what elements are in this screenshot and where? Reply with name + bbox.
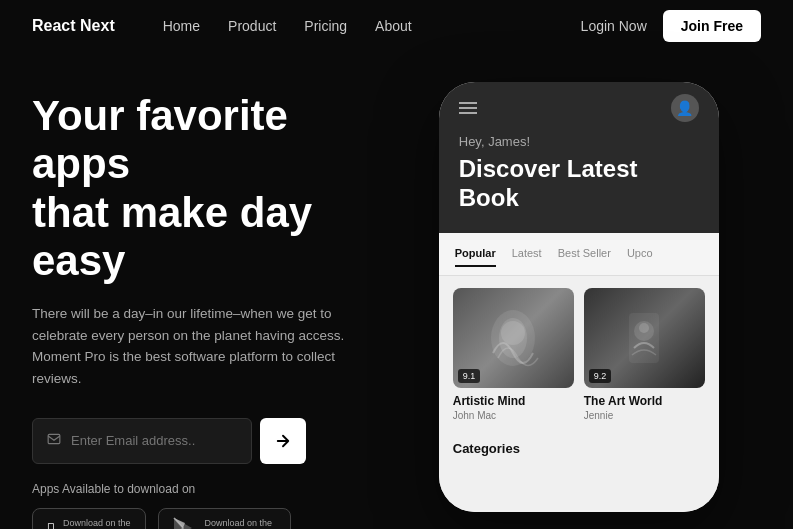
categories-label: Categories [453, 441, 705, 456]
nav-right: Login Now Join Free [581, 10, 761, 42]
hero-left: Your favorite apps that make day easy Th… [32, 82, 397, 529]
hero-description: There will be a day–in our lifetime–when… [32, 303, 352, 389]
tab-upcoming[interactable]: Upco [627, 247, 653, 267]
phone-mockup: 👤 Hey, James! Discover Latest Book Popul… [439, 82, 719, 512]
googleplay-small-text: Download on the [201, 518, 276, 528]
googleplay-icon [173, 517, 193, 529]
nav-about[interactable]: About [375, 18, 412, 34]
phone-title: Discover Latest Book [459, 155, 699, 213]
nav-product[interactable]: Product [228, 18, 276, 34]
tab-popular[interactable]: Popular [455, 247, 496, 267]
login-button[interactable]: Login Now [581, 18, 647, 34]
phone-status-bar: 👤 [439, 82, 719, 130]
email-input-wrapper[interactable] [32, 418, 252, 464]
logo: React Next [32, 17, 115, 35]
apple-icon:  [47, 518, 55, 529]
book-rating-2: 9.2 [589, 369, 612, 383]
hero-title: Your favorite apps that make day easy [32, 92, 397, 285]
appstore-button[interactable]:  Download on the App Store [32, 508, 146, 529]
hamburger-icon[interactable] [459, 102, 477, 114]
svg-point-3 [501, 321, 525, 345]
hero-title-line2: that make day easy [32, 189, 312, 284]
book-cover-2: 9.2 [584, 288, 705, 388]
book-card-1[interactable]: 9.1 Artistic Mind John Mac [453, 288, 574, 421]
svg-point-6 [639, 323, 649, 333]
book-card-2[interactable]: 9.2 The Art World Jennie [584, 288, 705, 421]
avatar: 👤 [671, 94, 699, 122]
book-cover-1: 9.1 [453, 288, 574, 388]
hero-title-line1: Your favorite apps [32, 92, 288, 187]
email-row [32, 418, 397, 464]
store-buttons:  Download on the App Store Download [32, 508, 397, 529]
hero-right: 👤 Hey, James! Discover Latest Book Popul… [397, 82, 762, 512]
navbar: React Next Home Product Pricing About Lo… [0, 0, 793, 52]
nav-home[interactable]: Home [163, 18, 200, 34]
join-button[interactable]: Join Free [663, 10, 761, 42]
phone-books: 9.1 Artistic Mind John Mac [439, 276, 719, 433]
main-content: Your favorite apps that make day easy Th… [0, 52, 793, 529]
nav-pricing[interactable]: Pricing [304, 18, 347, 34]
phone-categories: Categories [439, 433, 719, 456]
googleplay-button[interactable]: Download on the Google Play [158, 508, 291, 529]
appstore-small-text: Download on the [63, 518, 131, 528]
nav-links: Home Product Pricing About [163, 18, 581, 34]
phone-greeting: Hey, James! [459, 134, 699, 149]
phone-tabs: Popular Latest Best Seller Upco [439, 233, 719, 276]
svg-rect-0 [48, 434, 60, 443]
book-author-2: Jennie [584, 410, 705, 421]
book-title-2: The Art World [584, 394, 705, 408]
book-author-1: John Mac [453, 410, 574, 421]
submit-button[interactable] [260, 418, 306, 464]
phone-body: Popular Latest Best Seller Upco [439, 233, 719, 512]
email-icon [47, 432, 61, 449]
book-rating-1: 9.1 [458, 369, 481, 383]
book-title-1: Artistic Mind [453, 394, 574, 408]
phone-header: Hey, James! Discover Latest Book [439, 130, 719, 233]
email-input[interactable] [71, 433, 237, 448]
tab-bestseller[interactable]: Best Seller [558, 247, 611, 267]
tab-latest[interactable]: Latest [512, 247, 542, 267]
download-label: Apps Available to download on [32, 482, 397, 496]
